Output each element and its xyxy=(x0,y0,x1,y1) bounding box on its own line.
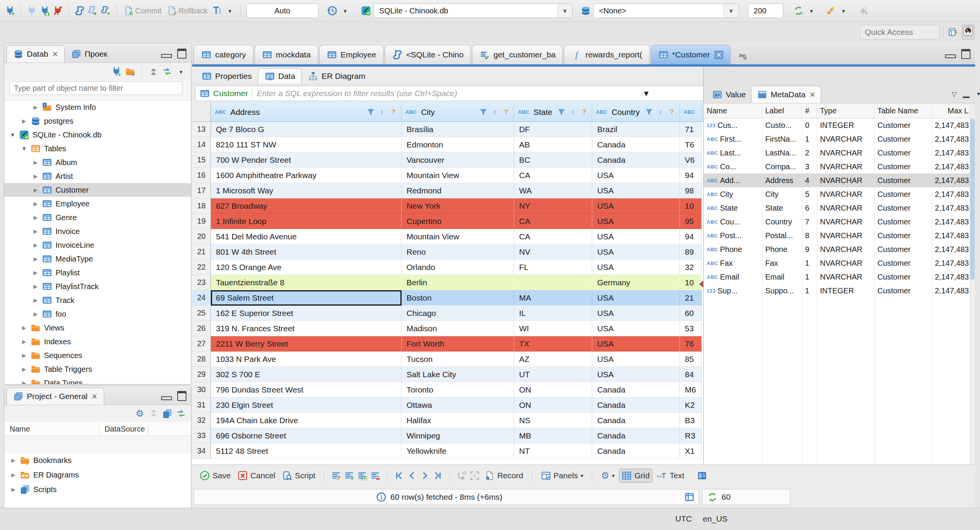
commit-button[interactable]: Commit xyxy=(122,5,163,16)
tree-item-postgres[interactable]: ▶postgres xyxy=(4,114,191,128)
script-button[interactable]: Script xyxy=(280,469,318,482)
grid-cell[interactable]: USA xyxy=(592,198,680,214)
grid-cell[interactable]: Halifax xyxy=(402,413,514,428)
close-icon[interactable]: ✕ xyxy=(91,392,98,401)
grid-cell[interactable]: USA xyxy=(592,168,680,183)
duplicate-row-button[interactable]: (+) xyxy=(357,470,368,481)
row-number[interactable]: 21 xyxy=(192,244,211,260)
new-connection-button[interactable]: + xyxy=(5,5,15,16)
row-number[interactable]: 33 xyxy=(192,428,211,443)
row-number[interactable]: 28 xyxy=(192,352,211,367)
maximize-panel-button[interactable] xyxy=(177,391,186,401)
last-row-button[interactable] xyxy=(433,470,443,481)
tree-item-invoiceline[interactable]: ▶InvoiceLine xyxy=(4,238,191,252)
grid-cell[interactable]: Canada xyxy=(592,382,680,398)
edit-cell-button[interactable] xyxy=(331,470,341,481)
grid-cell[interactable]: 1600 Amphitheatre Parkway xyxy=(211,168,402,183)
grid-cell[interactable]: NY xyxy=(514,198,592,214)
grid-cell[interactable]: New York xyxy=(402,198,514,214)
grid-cell[interactable]: 796 Dundas Street West xyxy=(211,382,402,398)
panel-tab-проек[interactable]: Проек xyxy=(65,46,113,62)
save-button[interactable]: Save xyxy=(198,469,233,482)
toolbar-new-connection-button[interactable]: + xyxy=(111,66,122,77)
grid-cell[interactable]: Brasília xyxy=(402,122,514,137)
tree-expander-icon[interactable]: ▶ xyxy=(33,242,39,248)
grid-cell[interactable]: AB xyxy=(514,137,592,152)
tree-item-sequences[interactable]: ▶Sequences xyxy=(4,348,191,362)
tree-item-playlisttrack[interactable]: ▶PlaylistTrack xyxy=(4,280,191,293)
rollback-button[interactable]: Rollback xyxy=(165,5,209,16)
scrollbar-thumb[interactable] xyxy=(970,119,975,280)
column-header-postal[interactable]: ABC xyxy=(680,103,702,121)
grid-cell[interactable]: 98 xyxy=(680,183,702,198)
minimize-panel-button[interactable] xyxy=(161,396,172,400)
delete-row-button[interactable] xyxy=(370,470,381,481)
grid-cell[interactable]: USA xyxy=(592,336,680,352)
column-header-max-l[interactable]: Max L xyxy=(932,103,970,118)
grid-cell[interactable]: USA xyxy=(592,290,680,306)
grid-cell[interactable]: B3 xyxy=(680,413,702,428)
grid-cell[interactable]: Canada xyxy=(592,152,680,168)
column-header-type[interactable]: Type xyxy=(817,103,874,118)
row-number[interactable]: 23 xyxy=(192,275,211,290)
toggle-panel-button[interactable] xyxy=(697,470,707,481)
grid-cell[interactable]: 94 xyxy=(680,229,702,244)
tree-expander-icon[interactable]: ▶ xyxy=(33,311,39,317)
tree-item-tables[interactable]: ▼Tables xyxy=(4,142,191,155)
tree-expander-icon[interactable]: ▶ xyxy=(33,214,39,221)
tree-expander-icon[interactable]: ▶ xyxy=(21,366,27,372)
tree-expander-icon[interactable]: ▶ xyxy=(21,380,27,384)
connection-select[interactable]: SQLite - Chinook.db▼ xyxy=(374,3,573,18)
grid-cell[interactable]: Ottawa xyxy=(402,398,514,413)
tree-item-album[interactable]: ▶Album xyxy=(4,155,191,169)
grid-cell[interactable]: WA xyxy=(514,183,592,198)
grid-cell[interactable]: Berlin xyxy=(402,275,514,290)
grid-cell[interactable]: 2211 W Berry Street xyxy=(211,336,402,352)
metadata-row-compa[interactable]: ABCCo...Compa...3NVARCHARCustomer2,147,4… xyxy=(704,160,975,173)
close-icon[interactable]: ✕ xyxy=(809,90,815,99)
transaction-log-button[interactable] xyxy=(327,5,338,16)
collapse-all-button[interactable] xyxy=(148,66,159,77)
column-header-table-name[interactable]: Table Name xyxy=(874,103,932,118)
grid-cell[interactable]: TX xyxy=(514,336,592,352)
grid-cell[interactable]: USA xyxy=(592,214,680,229)
grid-cell[interactable]: WI xyxy=(514,321,592,336)
commit-mode-select[interactable]: Auto xyxy=(247,3,318,18)
grid-cell[interactable]: 71 xyxy=(680,122,702,137)
grid-cell[interactable]: 5112 48 Street xyxy=(211,443,402,459)
tree-item-sqlite-chinook-db[interactable]: ▼SQLite - Chinook.db xyxy=(4,128,191,142)
grid-cell[interactable]: USA xyxy=(592,183,680,198)
grid-cell[interactable]: Cupertino xyxy=(402,214,514,229)
grid-cell[interactable]: Tucson xyxy=(402,352,514,367)
grid-cell[interactable]: R3 xyxy=(680,428,702,443)
grid-cell[interactable]: V6 xyxy=(680,152,702,168)
row-number[interactable]: 24 xyxy=(192,290,211,306)
grid-cell[interactable]: 319 N. Frances Street xyxy=(211,321,402,336)
fetch-size-input[interactable]: 200 xyxy=(748,3,783,18)
panel-menu-icon[interactable]: ▽ xyxy=(952,90,957,98)
grid-cell[interactable]: 1 Infinite Loop xyxy=(211,214,402,229)
new-sql-editor-button[interactable]: + xyxy=(100,5,111,16)
grid-cell[interactable]: Toronto xyxy=(402,382,514,398)
grid-cell[interactable]: USA xyxy=(592,321,680,336)
open-sql-script-button[interactable] xyxy=(87,5,98,16)
tree-item-table-triggers[interactable]: ▶Table Triggers xyxy=(4,362,191,376)
expand-button[interactable] xyxy=(162,408,173,419)
row-number[interactable]: 32 xyxy=(192,413,211,428)
grid-cell[interactable]: M6 xyxy=(680,382,702,398)
tree-expander-icon[interactable]: ▼ xyxy=(21,146,27,152)
tree-expander-icon[interactable]: ▶ xyxy=(10,472,16,478)
metadata-row-firstna[interactable]: ABCFirst...FirstNa...1NVARCHARCustomer2,… xyxy=(704,132,975,146)
tree-item-system-info[interactable]: ▶iSystem Info xyxy=(4,100,191,114)
project-item-bookmarks[interactable]: ▶★Bookmarks xyxy=(4,453,191,468)
metadata-row-address[interactable]: ABCAdd...Address4NVARCHARCustomer2,147,4… xyxy=(704,173,975,187)
editor-tab-get-customer-ba[interactable]: get_customer_ba xyxy=(472,45,563,64)
row-number[interactable]: 31 xyxy=(192,398,211,413)
open-perspective-button[interactable] xyxy=(948,27,959,38)
grid-cell[interactable]: USA xyxy=(592,229,680,244)
grid-cell[interactable]: BC xyxy=(514,152,592,168)
tree-expander-icon[interactable]: ▶ xyxy=(33,187,39,193)
project-item-scripts[interactable]: ▶Scripts xyxy=(4,482,191,497)
grid-cell[interactable]: NT xyxy=(514,443,592,459)
grid-cell[interactable]: CA xyxy=(514,168,592,183)
